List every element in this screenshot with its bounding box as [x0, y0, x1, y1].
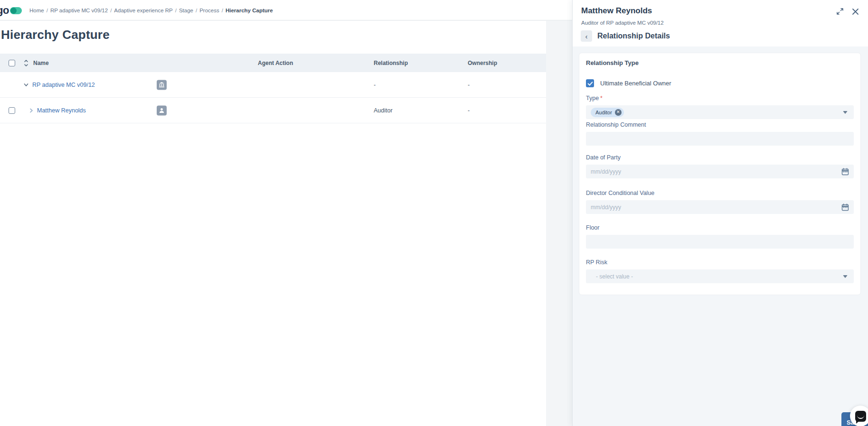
chevron-right-icon[interactable]: [28, 108, 34, 113]
floor-label: Floor: [586, 224, 854, 231]
type-label: Type*: [586, 95, 854, 102]
breadcrumb-separator: /: [47, 8, 48, 13]
breadcrumb-item-current: Hierarchy Capture: [226, 8, 273, 13]
relationship-comment-input[interactable]: [586, 132, 854, 146]
close-icon[interactable]: [851, 7, 859, 16]
breadcrumb-separator: /: [110, 8, 112, 13]
floor-input[interactable]: [586, 235, 854, 249]
column-header-name: Name: [33, 60, 49, 66]
person-icon: [157, 105, 167, 115]
ownership-value: -: [468, 107, 470, 114]
breadcrumb-item-home[interactable]: Home: [29, 8, 44, 13]
chip-remove-icon[interactable]: ✕: [615, 109, 622, 116]
table-header-row: Name Agent Action Relationship Ownership: [0, 54, 546, 72]
panel-body: Relationship Type Ultimate Beneficial Ow…: [573, 46, 868, 426]
rp-risk-label: RP Risk: [586, 259, 854, 266]
breadcrumb-item-adaptive[interactable]: Adaptive experience RP: [114, 8, 172, 13]
required-asterisk: *: [600, 95, 603, 102]
ubo-checkbox[interactable]: [586, 79, 594, 87]
bank-icon: [157, 80, 167, 90]
date-of-party-input[interactable]: [586, 165, 854, 178]
app-logo[interactable]: go: [0, 4, 22, 17]
column-header-ownership: Ownership: [468, 60, 497, 66]
type-select[interactable]: Auditor ✕: [586, 105, 854, 119]
row-checkbox[interactable]: [9, 107, 15, 114]
breadcrumb-item-stage[interactable]: Stage: [179, 8, 193, 13]
director-conditional-value-label: Director Conditional Value: [586, 190, 854, 196]
calendar-icon[interactable]: [841, 168, 849, 176]
chat-bubble-icon: [855, 411, 866, 422]
ownership-value: -: [468, 82, 470, 88]
hierarchy-table: Name Agent Action Relationship Ownership…: [0, 54, 546, 123]
panel-subtitle: Auditor of RP adaptive MC v09/12: [581, 20, 664, 26]
breadcrumb-item-process[interactable]: Process: [199, 8, 219, 13]
entity-link-matthew-reynolds[interactable]: Matthew Reynolds: [37, 107, 86, 114]
details-side-panel: Matthew Reynolds Auditor of RP adaptive …: [572, 0, 868, 426]
panel-title: Matthew Reynolds: [581, 6, 652, 16]
sort-icon[interactable]: [23, 59, 29, 67]
table-row-matthew-reynolds: Matthew Reynolds Auditor -: [0, 98, 546, 123]
relationship-type-label: Relationship Type: [586, 59, 854, 66]
logo-toggle-icon: [10, 7, 22, 14]
select-all-checkbox[interactable]: [9, 60, 15, 66]
breadcrumb-separator: /: [196, 8, 197, 13]
column-header-agent-action: Agent Action: [258, 60, 293, 66]
ubo-label: Ultimate Beneficial Owner: [600, 80, 671, 87]
director-conditional-value-input[interactable]: [586, 200, 854, 214]
page-title: Hierarchy Capture: [1, 28, 110, 42]
type-chip-label: Auditor: [595, 110, 612, 115]
date-of-party-label: Date of Party: [586, 154, 854, 161]
relationship-comment-label: Relationship Comment: [586, 121, 854, 128]
breadcrumb: Home/RP adaptive MC v09/12/Adaptive expe…: [29, 0, 273, 20]
chevron-down-icon: [843, 275, 848, 278]
rp-risk-select[interactable]: [586, 269, 854, 283]
top-bar: go Home/RP adaptive MC v09/12/Adaptive e…: [0, 0, 572, 20]
relationship-value: -: [374, 82, 376, 88]
back-button[interactable]: ‹: [581, 30, 592, 42]
main-content: Hierarchy Capture Name Agent Action Rela…: [0, 21, 546, 426]
chevron-down-icon[interactable]: [23, 82, 29, 88]
expand-panel-icon[interactable]: [836, 7, 844, 16]
breadcrumb-item-rp[interactable]: RP adaptive MC v09/12: [50, 8, 108, 13]
panel-header: Matthew Reynolds Auditor of RP adaptive …: [573, 0, 868, 46]
logo-text: go: [0, 4, 9, 17]
relationship-value: Auditor: [374, 107, 393, 114]
table-row-rp-adaptive: RP adaptive MC v09/12 - -: [0, 72, 546, 98]
breadcrumb-separator: /: [175, 8, 177, 13]
chat-launcher-button[interactable]: [850, 406, 868, 426]
relationship-form-card: Relationship Type Ultimate Beneficial Ow…: [579, 53, 861, 295]
calendar-icon[interactable]: [841, 204, 849, 211]
breadcrumb-separator: /: [222, 8, 223, 13]
entity-link-rp-adaptive[interactable]: RP adaptive MC v09/12: [32, 82, 95, 88]
type-chip: Auditor ✕: [591, 108, 624, 117]
section-title: Relationship Details: [597, 32, 670, 40]
column-header-relationship: Relationship: [374, 60, 408, 66]
chevron-down-icon: [843, 111, 848, 114]
